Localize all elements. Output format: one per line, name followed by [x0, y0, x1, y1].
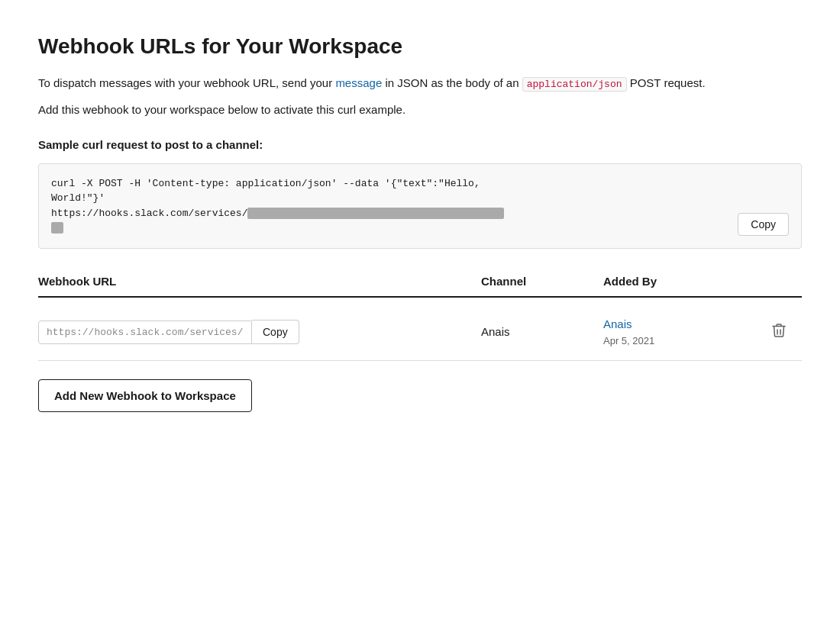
header-webhook-url: Webhook URL	[38, 273, 481, 291]
delete-button[interactable]	[769, 320, 789, 345]
webhook-url-input[interactable]	[38, 321, 252, 344]
delete-icon-cell	[756, 320, 802, 345]
webhook-url-cell: Copy	[38, 320, 481, 344]
description-1: To dispatch messages with your webhook U…	[38, 75, 802, 92]
description-1-end: POST request.	[627, 76, 706, 89]
curl-line1: curl -X POST -H 'Content-type: applicati…	[51, 178, 480, 189]
description-1-after: in JSON as the body of an	[382, 76, 522, 89]
content-type-code: application/json	[522, 77, 627, 92]
curl-line3-blurred: T02CAN017/B017MGFB2M7/4chN2T0kmMDjN000g2…	[247, 208, 503, 219]
added-by-date: Apr 5, 2021	[603, 333, 756, 349]
message-link[interactable]: message	[335, 76, 382, 89]
curl-line4-blurred: Q3	[51, 222, 63, 234]
curl-code-content: curl -X POST -H 'Content-type: applicati…	[51, 176, 789, 236]
header-channel: Channel	[481, 273, 603, 291]
curl-line3-prefix: https://hooks.slack.com/services/	[51, 208, 247, 219]
curl-line2: World!"}'	[51, 192, 105, 204]
table-row: Copy Anais Anais Apr 5, 2021	[38, 304, 802, 361]
table-header: Webhook URL Channel Added By	[38, 273, 802, 298]
copy-url-button[interactable]: Copy	[252, 320, 299, 344]
trash-icon	[772, 323, 786, 338]
header-actions	[756, 273, 802, 291]
added-by-name[interactable]: Anais	[603, 316, 756, 333]
channel-cell: Anais	[481, 324, 603, 341]
copy-curl-button[interactable]: Copy	[738, 213, 789, 236]
header-added-by: Added By	[603, 273, 756, 291]
page-title: Webhook URLs for Your Workspace	[38, 31, 802, 63]
description-1-before: To dispatch messages with your webhook U…	[38, 76, 335, 89]
description-2: Add this webhook to your workspace below…	[38, 101, 802, 119]
section-title: Sample curl request to post to a channel…	[38, 137, 802, 154]
add-webhook-button[interactable]: Add New Webhook to Workspace	[38, 379, 252, 412]
curl-code-box: curl -X POST -H 'Content-type: applicati…	[38, 163, 802, 249]
added-by-cell: Anais Apr 5, 2021	[603, 316, 756, 348]
webhook-table: Webhook URL Channel Added By Copy Anais …	[38, 273, 802, 362]
